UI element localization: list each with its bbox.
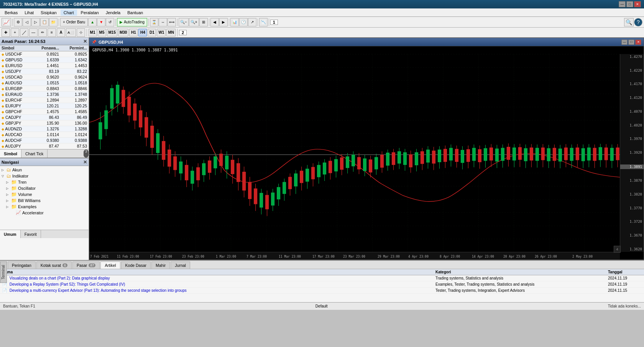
tf-mn[interactable]: MN xyxy=(166,29,176,36)
nav-item-bill-williams[interactable]: ▷ 📁 Bill Williams xyxy=(5,197,88,204)
chart-scroll-button[interactable]: ⊞ xyxy=(199,18,208,26)
article-row[interactable]: 📄 Developing a Replay System (Part 52): … xyxy=(0,281,644,288)
tf-m30[interactable]: M30 xyxy=(118,29,128,36)
indicators-button[interactable]: ⚙ xyxy=(14,18,22,26)
market-watch-row[interactable]: ◆ GBPJPY 135.90 136.00 xyxy=(0,120,89,126)
line-tool[interactable]: ／ xyxy=(20,28,28,37)
tf-m15[interactable]: M15 xyxy=(107,29,117,36)
more-tools[interactable]: ⊹ xyxy=(77,28,85,37)
refresh-button[interactable]: ↺ xyxy=(106,18,114,26)
market-watch-row[interactable]: ◆ EURUSD 1.4451 1.4453 xyxy=(0,63,89,69)
new-chart-button[interactable]: 📈 xyxy=(2,18,11,26)
menu-sisipkan[interactable]: Sisipkan xyxy=(38,10,60,16)
market-watch-row[interactable]: ◆ USDJPY 83.19 83.22 xyxy=(0,69,89,74)
zoom-out-button[interactable]: 🔍− xyxy=(179,18,189,26)
text-tool[interactable]: A xyxy=(57,28,65,37)
nav-item-indikator[interactable]: ▽ 🗂 Indikator xyxy=(1,173,88,179)
zoom-in-button[interactable]: 🔍+ xyxy=(189,18,199,26)
tf-h1[interactable]: H1 xyxy=(129,29,138,36)
tab-kotak-surat[interactable]: Kotak surat 6 xyxy=(36,261,72,269)
profile-button[interactable]: 📁 xyxy=(49,18,58,26)
chart-close-btn[interactable]: ✕ xyxy=(635,39,641,45)
market-watch-row[interactable]: ◆ GBPUSD 1.6339 1.6342 xyxy=(0,57,89,63)
article-row[interactable]: 📄 Visualizing deals on a chart (Part 2):… xyxy=(0,275,644,281)
market-watch-row[interactable]: ◆ EURJPY 120.21 120.25 xyxy=(0,103,89,109)
label-tool[interactable]: A⬜ xyxy=(66,28,76,37)
tf-m5[interactable]: M5 xyxy=(98,29,106,36)
tab-kode-dasar[interactable]: Kode Dasar xyxy=(121,261,151,269)
nav-item-examples[interactable]: ▷ 📁 Examples xyxy=(5,204,88,210)
buy-button[interactable]: ▲ xyxy=(88,18,97,26)
close-button[interactable]: ✕ xyxy=(634,1,641,7)
tab-mahir[interactable]: Mahir xyxy=(151,261,170,269)
help-button[interactable]: ? xyxy=(634,18,642,26)
nav-item-volume[interactable]: ▷ 📁 Volume xyxy=(5,191,88,197)
market-watch-row[interactable]: ◆ GBPCHF 1.4575 1.4585 xyxy=(0,109,89,115)
nav-item-tren[interactable]: ▷ 📁 Tren xyxy=(5,179,88,185)
fibonacci-tool[interactable]: ≡ xyxy=(48,28,56,37)
cursor-button[interactable]: ↗ xyxy=(248,18,256,26)
tf-m1[interactable]: M1 xyxy=(89,29,97,36)
crosshair-tool[interactable]: ✚ xyxy=(2,28,10,37)
maximize-button[interactable]: □ xyxy=(626,1,633,7)
nav-item-oscillator[interactable]: ▷ 📁 Oscillator xyxy=(5,185,88,191)
market-watch-row[interactable]: ◆ AUDJPY 87.47 87.53 xyxy=(0,143,89,149)
tab-chart-tick[interactable]: Chart Tick xyxy=(21,150,48,158)
nav-tab-umum[interactable]: Umum xyxy=(0,230,21,238)
market-watch-row[interactable]: ◆ AUDCAD 1.0114 1.0124 xyxy=(0,132,89,138)
market-watch-row[interactable]: ◆ USDCHF 0.8921 0.8925 xyxy=(0,51,89,57)
tab-pasar[interactable]: Pasar 87 xyxy=(72,261,100,269)
tf-d1[interactable]: D1 xyxy=(148,29,156,36)
market-watch-row[interactable]: ◆ CADJPY 86.43 86.49 xyxy=(0,115,89,120)
market-watch-button[interactable]: 📊 xyxy=(230,18,239,26)
tf-h4[interactable]: H4 xyxy=(138,29,147,36)
chart-settings-button[interactable]: 📉 xyxy=(259,18,268,26)
market-watch-close[interactable]: ✕ xyxy=(83,39,87,44)
market-watch-row[interactable]: ◆ EURGBP 0.8843 0.8846 xyxy=(0,86,89,92)
terminal-side-tab[interactable]: Terminal xyxy=(0,261,7,283)
back-button[interactable]: ◁ xyxy=(23,18,31,26)
market-watch-row[interactable]: ◆ EURAUD 1.3736 1.3748 xyxy=(0,92,89,97)
article-link[interactable]: Visualizing deals on a chart (Part 2): D… xyxy=(10,276,110,280)
hline-tool[interactable]: — xyxy=(29,28,38,37)
nav-item-akun[interactable]: ▷ 🗂 Akun xyxy=(1,167,88,173)
article-row[interactable]: 📄 Developing a multi-currency Expert Adv… xyxy=(0,288,644,294)
zoom-fit-button[interactable]: ⟺ xyxy=(168,18,176,26)
menu-chart[interactable]: Chart xyxy=(61,10,77,16)
period-sep-button[interactable]: ⌛ xyxy=(150,18,158,26)
nav-tab-favorit[interactable]: Favorit xyxy=(21,230,41,238)
market-watch-row[interactable]: ◆ AUDCHF 0.9380 0.9388 xyxy=(0,138,89,143)
menu-bantuan[interactable]: Bantuan xyxy=(124,10,146,16)
shift-button[interactable]: ↔ xyxy=(159,18,167,26)
market-watch-row[interactable]: ◆ USDCAD 0.9620 0.9624 xyxy=(0,74,89,80)
tab-artikel[interactable]: Artikel xyxy=(100,261,120,269)
menu-berkas[interactable]: Berkas xyxy=(2,10,21,16)
sell-button[interactable]: ▼ xyxy=(97,18,105,26)
chart-right-button[interactable]: ▶ xyxy=(219,18,228,26)
menu-peralatan[interactable]: Peralatan xyxy=(78,10,102,16)
chart-canvas[interactable]: GBPUSD,H4 1.3900 1.3900 1.3887 1.3891 xyxy=(89,46,644,260)
template-button[interactable]: 📋 xyxy=(40,18,49,26)
tab-jurnal[interactable]: Jurnal xyxy=(171,261,190,269)
tf-w1[interactable]: W1 xyxy=(157,29,166,36)
shapes-tool[interactable]: ✏ xyxy=(38,28,47,37)
tab-peringatan[interactable]: Peringatan xyxy=(8,261,36,269)
chart-minimize-btn[interactable]: — xyxy=(621,39,628,45)
navigator-close[interactable]: ✕ xyxy=(83,160,87,165)
nav-item-accelerator[interactable]: 📈 Accelerator xyxy=(10,210,88,215)
minimize-button[interactable]: — xyxy=(619,1,626,7)
article-link[interactable]: Developing a Replay System (Part 52): Th… xyxy=(10,282,125,286)
market-watch-row[interactable]: ◆ EURCHF 1.2894 1.2897 xyxy=(0,97,89,103)
market-watch-row[interactable]: ◆ AUDUSD 1.0515 1.0518 xyxy=(0,80,89,86)
forward-button[interactable]: ▷ xyxy=(31,18,40,26)
autotrading-button[interactable]: ▶ AutoTrading xyxy=(117,18,147,26)
search-button[interactable]: 🔍 xyxy=(624,18,634,26)
clock-button[interactable]: 🕐 xyxy=(239,18,248,26)
tab-simbol[interactable]: Simbol xyxy=(0,150,21,158)
chart-restore-btn[interactable]: □ xyxy=(628,39,634,45)
plus-tool[interactable]: + xyxy=(11,28,19,37)
order-new-button[interactable]: + Order Baru xyxy=(60,18,88,26)
market-watch-row[interactable]: ◆ AUDNZD 1.3276 1.3288 xyxy=(0,126,89,132)
article-link[interactable]: Developing a multi-currency Expert Advis… xyxy=(10,288,187,293)
menu-lihat[interactable]: Lihat xyxy=(21,10,37,16)
